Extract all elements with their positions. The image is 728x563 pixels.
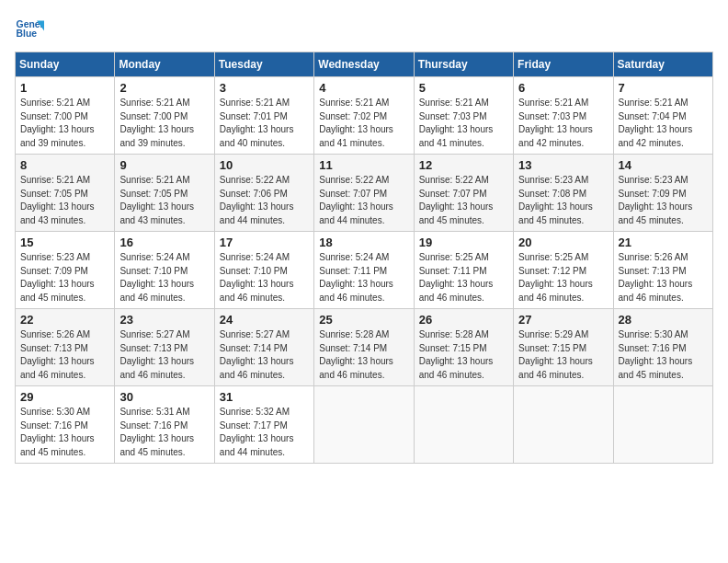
cell-info: Sunrise: 5:22 AMSunset: 7:07 PMDaylight:… [419,175,494,225]
calendar-cell: 17 Sunrise: 5:24 AMSunset: 7:10 PMDaylig… [214,232,313,309]
cell-info: Sunrise: 5:21 AMSunset: 7:05 PMDaylight:… [119,175,194,225]
cell-info: Sunrise: 5:28 AMSunset: 7:14 PMDaylight:… [319,329,393,380]
calendar-cell: 4 Sunrise: 5:21 AMSunset: 7:02 PMDayligh… [314,77,414,155]
calendar-cell: 24 Sunrise: 5:27 AMSunset: 7:14 PMDaylig… [214,309,313,386]
calendar-week-3: 15 Sunrise: 5:23 AMSunset: 7:09 PMDaylig… [16,232,713,309]
day-number: 30 [119,390,209,404]
calendar-header-monday: Monday [115,52,214,77]
calendar-cell: 8 Sunrise: 5:21 AMSunset: 7:05 PMDayligh… [16,155,115,232]
day-number: 22 [20,313,109,327]
calendar-cell: 18 Sunrise: 5:24 AMSunset: 7:11 PMDaylig… [314,232,414,309]
day-number: 13 [518,158,608,172]
calendar-week-1: 1 Sunrise: 5:21 AMSunset: 7:00 PMDayligh… [16,77,713,155]
calendar-cell: 23 Sunrise: 5:27 AMSunset: 7:13 PMDaylig… [115,309,214,386]
calendar-header-thursday: Thursday [414,52,513,77]
svg-text:Blue: Blue [17,29,38,39]
cell-info: Sunrise: 5:27 AMSunset: 7:14 PMDaylight:… [220,329,294,380]
calendar-body: 1 Sunrise: 5:21 AMSunset: 7:00 PMDayligh… [16,77,713,464]
cell-info: Sunrise: 5:31 AMSunset: 7:16 PMDaylight:… [119,407,194,457]
logo-icon: General Blue [15,15,44,44]
day-number: 29 [20,390,109,404]
calendar-cell: 20 Sunrise: 5:25 AMSunset: 7:12 PMDaylig… [514,232,613,309]
calendar-week-2: 8 Sunrise: 5:21 AMSunset: 7:05 PMDayligh… [16,155,713,232]
cell-info: Sunrise: 5:21 AMSunset: 7:00 PMDaylight:… [119,98,194,148]
cell-info: Sunrise: 5:21 AMSunset: 7:03 PMDaylight:… [419,98,494,148]
cell-info: Sunrise: 5:24 AMSunset: 7:10 PMDaylight:… [119,252,194,303]
cell-info: Sunrise: 5:21 AMSunset: 7:03 PMDaylight:… [518,98,593,148]
cell-info: Sunrise: 5:29 AMSunset: 7:15 PMDaylight:… [518,329,593,380]
day-number: 17 [220,236,309,249]
calendar-header-friday: Friday [514,52,613,77]
calendar-cell: 29 Sunrise: 5:30 AMSunset: 7:16 PMDaylig… [16,386,115,464]
calendar-cell: 19 Sunrise: 5:25 AMSunset: 7:11 PMDaylig… [414,232,513,309]
day-number: 25 [319,313,408,327]
calendar-cell: 2 Sunrise: 5:21 AMSunset: 7:00 PMDayligh… [115,77,214,155]
calendar-cell: 16 Sunrise: 5:24 AMSunset: 7:10 PMDaylig… [115,232,214,309]
day-number: 16 [119,236,209,249]
calendar-cell: 10 Sunrise: 5:22 AMSunset: 7:06 PMDaylig… [214,155,313,232]
day-number: 12 [419,158,508,172]
calendar-cell: 31 Sunrise: 5:32 AMSunset: 7:17 PMDaylig… [214,386,313,464]
calendar-cell: 28 Sunrise: 5:30 AMSunset: 7:16 PMDaylig… [613,309,712,386]
day-number: 11 [319,158,408,172]
cell-info: Sunrise: 5:32 AMSunset: 7:17 PMDaylight:… [220,407,294,457]
day-number: 2 [119,81,209,95]
day-number: 19 [419,236,508,249]
calendar-cell: 30 Sunrise: 5:31 AMSunset: 7:16 PMDaylig… [115,386,214,464]
calendar-cell: 11 Sunrise: 5:22 AMSunset: 7:07 PMDaylig… [314,155,414,232]
cell-info: Sunrise: 5:24 AMSunset: 7:10 PMDaylight:… [220,252,294,303]
day-number: 20 [518,236,608,249]
calendar-cell [514,386,613,464]
calendar-week-5: 29 Sunrise: 5:30 AMSunset: 7:16 PMDaylig… [16,386,713,464]
calendar-cell: 26 Sunrise: 5:28 AMSunset: 7:15 PMDaylig… [414,309,513,386]
day-number: 21 [619,236,708,249]
day-number: 10 [220,158,309,172]
cell-info: Sunrise: 5:27 AMSunset: 7:13 PMDaylight:… [119,329,194,380]
day-number: 6 [518,81,608,95]
day-number: 1 [20,81,109,95]
cell-info: Sunrise: 5:25 AMSunset: 7:12 PMDaylight:… [518,252,593,303]
calendar-cell: 3 Sunrise: 5:21 AMSunset: 7:01 PMDayligh… [214,77,313,155]
day-number: 27 [518,313,608,327]
calendar-header-sunday: Sunday [16,52,115,77]
calendar-week-4: 22 Sunrise: 5:26 AMSunset: 7:13 PMDaylig… [16,309,713,386]
day-number: 14 [619,158,708,172]
cell-info: Sunrise: 5:21 AMSunset: 7:00 PMDaylight:… [20,98,95,148]
calendar-header-row: SundayMondayTuesdayWednesdayThursdayFrid… [16,52,713,77]
day-number: 24 [220,313,309,327]
calendar-cell: 9 Sunrise: 5:21 AMSunset: 7:05 PMDayligh… [115,155,214,232]
calendar-header-saturday: Saturday [613,52,712,77]
calendar-cell: 13 Sunrise: 5:23 AMSunset: 7:08 PMDaylig… [514,155,613,232]
cell-info: Sunrise: 5:21 AMSunset: 7:01 PMDaylight:… [220,98,294,148]
calendar-header-wednesday: Wednesday [314,52,414,77]
logo: General Blue [15,15,44,44]
cell-info: Sunrise: 5:23 AMSunset: 7:09 PMDaylight:… [619,175,693,225]
calendar-cell: 22 Sunrise: 5:26 AMSunset: 7:13 PMDaylig… [16,309,115,386]
cell-info: Sunrise: 5:28 AMSunset: 7:15 PMDaylight:… [419,329,494,380]
cell-info: Sunrise: 5:26 AMSunset: 7:13 PMDaylight:… [619,252,693,303]
cell-info: Sunrise: 5:26 AMSunset: 7:13 PMDaylight:… [20,329,95,380]
calendar-cell [314,386,414,464]
calendar-table: SundayMondayTuesdayWednesdayThursdayFrid… [15,52,713,464]
calendar-cell: 27 Sunrise: 5:29 AMSunset: 7:15 PMDaylig… [514,309,613,386]
day-number: 3 [220,81,309,95]
day-number: 28 [619,313,708,327]
day-number: 8 [20,158,109,172]
calendar-cell: 14 Sunrise: 5:23 AMSunset: 7:09 PMDaylig… [613,155,712,232]
day-number: 31 [220,390,309,404]
cell-info: Sunrise: 5:21 AMSunset: 7:02 PMDaylight:… [319,98,393,148]
day-number: 26 [419,313,508,327]
cell-info: Sunrise: 5:22 AMSunset: 7:06 PMDaylight:… [220,175,294,225]
cell-info: Sunrise: 5:23 AMSunset: 7:09 PMDaylight:… [20,252,95,303]
calendar-cell: 25 Sunrise: 5:28 AMSunset: 7:14 PMDaylig… [314,309,414,386]
cell-info: Sunrise: 5:24 AMSunset: 7:11 PMDaylight:… [319,252,393,303]
calendar-cell: 6 Sunrise: 5:21 AMSunset: 7:03 PMDayligh… [514,77,613,155]
day-number: 4 [319,81,408,95]
calendar-cell: 21 Sunrise: 5:26 AMSunset: 7:13 PMDaylig… [613,232,712,309]
cell-info: Sunrise: 5:23 AMSunset: 7:08 PMDaylight:… [518,175,593,225]
day-number: 7 [619,81,708,95]
calendar-cell: 7 Sunrise: 5:21 AMSunset: 7:04 PMDayligh… [613,77,712,155]
cell-info: Sunrise: 5:21 AMSunset: 7:05 PMDaylight:… [20,175,95,225]
day-number: 9 [119,158,209,172]
cell-info: Sunrise: 5:30 AMSunset: 7:16 PMDaylight:… [619,329,693,380]
